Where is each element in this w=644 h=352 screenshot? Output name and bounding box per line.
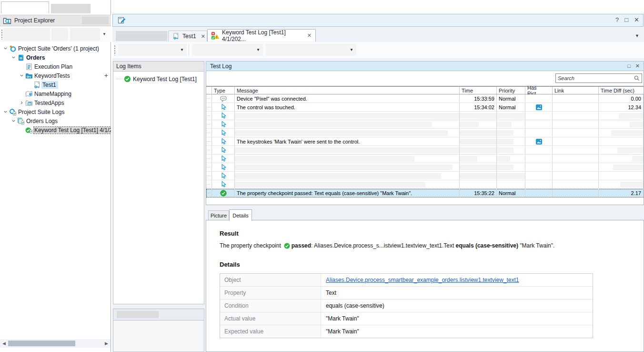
cell-time-diff — [599, 120, 644, 128]
testcomplete-window: Project Explorer ▼ Project Suite 'Orders… — [0, 0, 644, 352]
tab-test1[interactable]: Test1 ✕ — [168, 31, 207, 41]
checkpoint-details-table: Object Aliases.Device.process_smartbear_… — [220, 273, 593, 338]
suite-logs-icon — [9, 108, 17, 116]
tab-details[interactable]: Details — [229, 209, 252, 221]
cell-has-picture — [525, 137, 553, 145]
cell-priority — [497, 120, 525, 128]
field-label: Object — [220, 274, 321, 286]
expander-down-icon[interactable] — [18, 73, 25, 78]
tree-item-keyword-test-log-test1-4-1-20[interactable]: Keyword Test Log [Test1] 4/1/20 — [0, 125, 111, 135]
toolbar-grip[interactable] — [1, 29, 3, 40]
cell-priority: Normal — [497, 103, 525, 111]
tab-close-icon[interactable]: ✕ — [201, 33, 205, 40]
cell-priority — [497, 146, 525, 154]
cell-time — [460, 129, 497, 137]
log-row[interactable]: The keystrokes 'Mark Twain' were sent to… — [206, 137, 644, 146]
scroll-right-icon[interactable]: ▶ — [105, 341, 108, 346]
tab-list-dropdown-icon[interactable]: ▼ — [635, 33, 639, 38]
toolbar-grip[interactable] — [114, 45, 116, 55]
horizontal-scrollbar[interactable]: ◀ ▶ — [0, 339, 111, 348]
sidebar-toolbar: ▼ — [0, 26, 111, 42]
column-header-message[interactable]: Message — [235, 87, 460, 94]
cell-has-picture — [525, 146, 553, 154]
cell-link — [553, 163, 599, 171]
column-header-time[interactable]: Time — [460, 87, 497, 94]
toolbar-button-group[interactable] — [3, 28, 50, 41]
log-row[interactable] — [206, 163, 644, 172]
cell-message — [235, 120, 460, 128]
tree-item-project-suite-orders-1-project[interactable]: Project Suite 'Orders' (1 project) — [0, 44, 111, 53]
cell-time-diff — [599, 155, 644, 163]
tab-picture[interactable]: Picture — [208, 210, 229, 220]
log-row[interactable] — [206, 120, 644, 129]
search-input[interactable] — [556, 75, 634, 81]
keyword-test-icon — [172, 32, 180, 40]
toolbar-combobox-2[interactable]: ▼ — [191, 44, 263, 56]
tree-guide — [116, 79, 123, 79]
tree-item-keywordtests[interactable]: KeywordTests+ — [0, 71, 111, 80]
tree-item-execution-plan[interactable]: Execution Plan — [0, 62, 111, 71]
column-header-time-diff-sec[interactable]: Time Diff (sec) — [599, 87, 643, 94]
maximize-button[interactable]: □ — [624, 16, 628, 23]
tree-item-orders-logs[interactable]: Orders Logs — [0, 116, 111, 125]
toolbar-combobox-1[interactable]: ▼ — [118, 44, 187, 56]
cell-time — [460, 163, 497, 171]
tree-item-project-suite-logs[interactable]: Project Suite Logs — [0, 107, 111, 116]
tree-item-test1[interactable]: Test1 — [0, 80, 111, 89]
cell-link — [553, 94, 599, 103]
expander-down-icon[interactable] — [2, 46, 9, 51]
log-row[interactable] — [206, 146, 644, 155]
tree-item-namemapping[interactable]: NameMapping — [0, 89, 111, 98]
sidebar-tab-1[interactable] — [1, 1, 49, 13]
close-button[interactable]: ✕ — [634, 16, 639, 23]
expander-right-icon[interactable] — [18, 101, 25, 105]
log-row[interactable]: Device "Pixel" was connected.15:33:59Nor… — [206, 94, 644, 103]
toolbar-combobox-3[interactable]: ▼ — [266, 44, 356, 56]
edit-document-icon[interactable] — [118, 16, 126, 25]
help-button[interactable]: ? — [615, 16, 619, 23]
expander-down-icon[interactable] — [10, 55, 17, 60]
panel-close-icon[interactable]: ✕ — [635, 63, 640, 69]
expander-down-icon[interactable] — [2, 110, 9, 114]
add-test-button[interactable]: + — [104, 72, 108, 79]
log-row[interactable] — [206, 112, 644, 120]
expander-down-icon[interactable] — [10, 119, 17, 123]
result-text: The property checkpointpassed: Aliases.D… — [220, 242, 554, 249]
document-tab-redacted[interactable] — [116, 31, 167, 41]
sidebar-tab-2[interactable] — [51, 4, 91, 13]
project-explorer-panel: Project Explorer ▼ Project Suite 'Orders… — [0, 0, 111, 352]
log-grid-rows: Device "Pixel" was connected.15:33:59Nor… — [206, 94, 644, 197]
toolbar-button[interactable] — [51, 28, 68, 41]
tree-item-label: TestedApps — [33, 99, 66, 107]
scroll-left-icon[interactable]: ◀ — [2, 341, 6, 346]
cell-time — [460, 120, 497, 128]
log-row[interactable] — [206, 180, 644, 189]
cell-time: 15:33:59 — [460, 94, 497, 103]
tree-item-orders[interactable]: Orders — [0, 53, 111, 62]
object-link[interactable]: Aliases.Device.process_smartbear_example… — [326, 277, 519, 283]
table-row: Condition equals (case-sensitive) — [220, 300, 593, 312]
passed-check-icon — [284, 243, 290, 249]
column-header-type[interactable]: Type — [212, 87, 235, 94]
toolbar-dropdown-arrow-icon[interactable]: ▼ — [102, 32, 106, 36]
cell-time-diff: 2.17 — [599, 189, 644, 197]
tab-close-icon[interactable]: ✕ — [307, 32, 312, 39]
log-row[interactable]: The property checkpoint passed: Text equ… — [206, 189, 644, 197]
cell-time: 15:35:22 — [460, 189, 497, 197]
log-row[interactable]: The control was touched.15:34:02Normal12… — [206, 103, 644, 112]
log-row[interactable] — [206, 172, 644, 180]
row-gutter — [206, 112, 212, 120]
log-item[interactable]: Keyword Test Log [Test1] — [113, 74, 204, 83]
log-row[interactable] — [206, 129, 644, 137]
scrollbar-thumb[interactable] — [8, 341, 75, 346]
tree-item-testedapps[interactable]: TestedApps — [0, 98, 111, 107]
field-label: Actual value — [220, 312, 321, 325]
column-header-link[interactable]: Link — [553, 87, 599, 94]
column-header-priority[interactable]: Priority — [497, 87, 525, 94]
tab-keyword-test-log[interactable]: Keyword Test Log [Test1] 4/1/202... ✕ — [207, 29, 316, 41]
log-row[interactable] — [206, 155, 644, 163]
toolbar-button[interactable] — [70, 28, 100, 41]
panel-maximize-icon[interactable]: □ — [627, 63, 631, 69]
column-header-has-pict[interactable]: Has Pict... — [525, 87, 553, 94]
table-row: Object Aliases.Device.process_smartbear_… — [220, 274, 593, 287]
